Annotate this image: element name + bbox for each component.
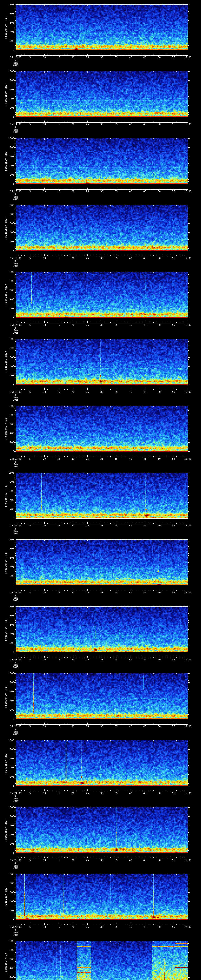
- freq-tick-label: 1000: [5, 672, 14, 675]
- freq-tick-label: 400: [5, 499, 14, 501]
- date-line: 2015: [7, 198, 24, 200]
- spectrogram-panel-8: Frequency (Hz)1000800600400200015:20:005…: [0, 468, 201, 535]
- time-end-label: 27:00: [179, 926, 197, 928]
- date-line: 2015: [7, 466, 24, 468]
- freq-tick-label: 800: [5, 614, 14, 617]
- freq-tick-label: 0: [5, 784, 14, 787]
- frequency-axis-label: Frequency (Hz): [5, 886, 7, 908]
- date-line: 2015: [7, 599, 24, 601]
- freq-tick-label: 0: [5, 383, 14, 386]
- time-end-label: 26:00: [179, 859, 197, 861]
- time-end-label: 20:00: [179, 458, 197, 460]
- date-line: 2015: [7, 666, 24, 668]
- freq-tick-label: 200: [5, 910, 14, 912]
- spectrogram-panel-10: Frequency (Hz)1000800600400200015:22:005…: [0, 602, 201, 669]
- freq-tick-label: 200: [5, 508, 14, 511]
- freq-tick-label: 400: [5, 231, 14, 234]
- frequency-axis-label: Frequency (Hz): [5, 217, 7, 239]
- freq-tick-label: 400: [5, 432, 14, 434]
- freq-tick-label: 400: [5, 700, 14, 702]
- freq-tick-label: 400: [5, 566, 14, 568]
- freq-tick-label: 400: [5, 633, 14, 635]
- spectrogram-panel-5: Frequency (Hz)1000800600400200015:17:005…: [0, 267, 201, 334]
- frequency-axis-label: Frequency (Hz): [5, 618, 7, 641]
- time-end-label: 16:00: [179, 190, 197, 192]
- freq-tick-label: 600: [5, 557, 14, 559]
- spectrogram-stack-figure: Frequency (Hz)1000800600400200015:13:005…: [0, 0, 201, 980]
- freq-tick-label: 400: [5, 365, 14, 368]
- freq-tick-label: 1000: [5, 70, 14, 73]
- freq-tick-label: 600: [5, 757, 14, 760]
- freq-tick-label: 200: [5, 575, 14, 577]
- spectrogram-panel-9: Frequency (Hz)1000800600400200015:21:005…: [0, 535, 201, 602]
- date-line: 2015: [7, 934, 24, 936]
- date-line: 2015: [7, 332, 24, 334]
- frequency-axis-label: Frequency (Hz): [5, 417, 7, 440]
- freq-tick-label: 200: [5, 843, 14, 845]
- freq-tick-label: 600: [5, 824, 14, 827]
- freq-tick-label: 1000: [5, 405, 14, 407]
- freq-tick-label: 1000: [5, 806, 14, 808]
- freq-tick-label: 1000: [5, 605, 14, 608]
- freq-tick-label: 1000: [5, 472, 14, 474]
- freq-tick-label: 800: [5, 79, 14, 81]
- freq-tick-label: 1000: [5, 204, 14, 207]
- freq-tick-label: 0: [5, 49, 14, 51]
- freq-tick-label: 1000: [5, 338, 14, 340]
- freq-tick-label: 400: [5, 30, 14, 33]
- freq-tick-label: 600: [5, 222, 14, 224]
- freq-tick-label: 600: [5, 690, 14, 693]
- frequency-axis-label: Frequency (Hz): [5, 685, 7, 708]
- time-end-label: 19:00: [179, 391, 197, 393]
- freq-tick-label: 200: [5, 776, 14, 778]
- freq-tick-label: 600: [5, 88, 14, 91]
- freq-tick-label: 600: [5, 22, 14, 24]
- spectrogram-panel-14: Frequency (Hz)1000800600400200015:26:005…: [0, 870, 201, 937]
- freq-tick-label: 1000: [5, 137, 14, 140]
- freq-tick-label: 800: [5, 748, 14, 751]
- freq-tick-label: 1000: [5, 271, 14, 273]
- freq-tick-label: 800: [5, 414, 14, 416]
- frequency-axis-label: Frequency (Hz): [5, 752, 7, 775]
- date-line: 2015: [7, 800, 24, 802]
- freq-tick-label: 400: [5, 967, 14, 969]
- time-end-label: 15:00: [179, 123, 197, 126]
- freq-tick-label: 1000: [5, 873, 14, 875]
- time-end-label: 18:00: [179, 324, 197, 326]
- spectrogram-panel-12: Frequency (Hz)1000800600400200015:24:005…: [0, 736, 201, 803]
- freq-tick-label: 800: [5, 681, 14, 684]
- freq-tick-label: 800: [5, 815, 14, 818]
- freq-tick-label: 400: [5, 97, 14, 100]
- freq-tick-label: 200: [5, 307, 14, 310]
- freq-tick-label: 400: [5, 834, 14, 836]
- time-end-label: 22:00: [179, 591, 197, 594]
- frequency-axis-label: Frequency (Hz): [5, 551, 7, 574]
- freq-tick-label: 400: [5, 766, 14, 769]
- freq-tick-label: 1000: [5, 739, 14, 741]
- freq-tick-label: 200: [5, 441, 14, 444]
- time-end-label: 17:00: [179, 257, 197, 259]
- freq-tick-label: 0: [5, 450, 14, 453]
- freq-tick-label: 200: [5, 709, 14, 711]
- freq-tick-label: 1000: [5, 538, 14, 541]
- freq-tick-label: 800: [5, 480, 14, 483]
- freq-tick-label: 0: [5, 183, 14, 185]
- freq-tick-label: 200: [5, 40, 14, 42]
- spectrogram-panel-15: Frequency (Hz)1000800600400200015:27:005…: [0, 937, 201, 980]
- freq-tick-label: 800: [5, 12, 14, 15]
- freq-tick-label: 0: [5, 918, 14, 921]
- frequency-axis-label: Frequency (Hz): [5, 150, 7, 172]
- frequency-axis-label: Frequency (Hz): [5, 83, 7, 105]
- freq-tick-label: 600: [5, 958, 14, 960]
- spectrogram-canvas: [0, 937, 201, 980]
- frequency-axis-label: Frequency (Hz): [5, 819, 7, 842]
- frequency-axis-label: Frequency (Hz): [5, 484, 7, 507]
- freq-tick-label: 600: [5, 624, 14, 626]
- freq-tick-label: 600: [5, 423, 14, 425]
- spectrogram-panel-2: Frequency (Hz)1000800600400200015:14:005…: [0, 67, 201, 134]
- freq-tick-label: 200: [5, 374, 14, 377]
- freq-tick-label: 600: [5, 356, 14, 358]
- freq-tick-label: 600: [5, 891, 14, 894]
- spectrogram-panel-13: Frequency (Hz)1000800600400200015:25:005…: [0, 803, 201, 870]
- spectrogram-panel-11: Frequency (Hz)1000800600400200015:23:005…: [0, 669, 201, 736]
